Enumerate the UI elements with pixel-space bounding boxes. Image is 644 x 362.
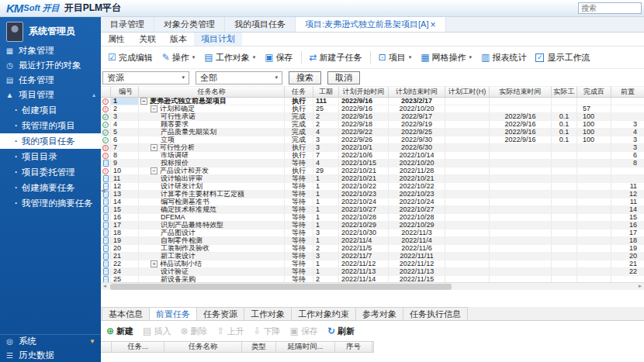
project-button[interactable]: ⊡项目▾	[375, 49, 416, 66]
scroll-left-icon[interactable]: ◄	[101, 283, 109, 290]
sidebar-subitem[interactable]: ·我管理的摘要任务	[0, 195, 101, 211]
resource-select[interactable]: 资源 ▾	[102, 71, 189, 84]
search-button[interactable]: 搜索	[289, 71, 321, 84]
table-row[interactable]: !7+可行性分析执行32022/10/12022/6/303	[101, 144, 644, 152]
column-header[interactable]	[101, 87, 111, 97]
detail-tab-任务执行信息[interactable]: 任务执行信息	[403, 307, 468, 320]
column-header[interactable]: 任务名称	[139, 87, 285, 97]
column-header[interactable]: 计划工时(H)	[445, 87, 490, 97]
tree-toggle-icon[interactable]: −	[140, 98, 147, 105]
sidebar-item[interactable]: ▦对象管理	[0, 43, 101, 58]
detail-tab-任务资源[interactable]: 任务资源	[196, 307, 244, 320]
table-row[interactable]: 11设计输出评审等待12022/10/212022/10/21	[101, 175, 644, 183]
scope-select[interactable]: 全部 ▾	[196, 71, 282, 84]
sidebar-item[interactable]: ▤任务管理	[0, 73, 101, 88]
column-header[interactable]: 延隔时间...	[276, 342, 335, 352]
table-row[interactable]: 13计算零件主要材料工艺定额等待12022/10/232022/10/2312	[101, 191, 644, 198]
tree-toggle-icon[interactable]: +	[151, 144, 158, 151]
column-header[interactable]: 工期	[313, 87, 339, 97]
tab-item[interactable]: 对象分类管理	[154, 17, 225, 32]
column-header[interactable]: 任务	[285, 87, 313, 97]
sidebar-item[interactable]: ◎系统▼	[0, 334, 101, 348]
column-header[interactable]: 计划开始时间	[339, 87, 389, 97]
table-row[interactable]: !1−麦弗逊式独立前悬架项目执行1112022/9/162023/2/17	[101, 98, 644, 105]
sidebar-subitem[interactable]: ·创建项目	[0, 102, 101, 118]
sidebar-subitem[interactable]: ·我管理的项目	[0, 118, 101, 133]
column-header[interactable]: 类型	[242, 342, 276, 352]
delete-button[interactable]: ⊗删除	[180, 326, 207, 337]
tab-item[interactable]: 我的项目任务	[225, 17, 296, 32]
table-row[interactable]: 15确定技术标准规范等待12022/10/272022/10/2714	[101, 206, 644, 214]
refresh-button[interactable]: ↻刷新	[327, 326, 355, 337]
tab-关联[interactable]: 关联	[132, 33, 163, 46]
search-input[interactable]	[578, 2, 642, 14]
tree-toggle-icon[interactable]: +	[151, 260, 158, 267]
table-row[interactable]: 16DFEMA等待12022/10/282022/10/2815	[101, 214, 644, 222]
column-header[interactable]: 任务...	[112, 342, 164, 352]
tab-版本[interactable]: 版本	[163, 33, 194, 46]
table-row[interactable]: 17识别产品最终特效型等待12022/10/292022/10/2916	[101, 222, 644, 229]
new-subtask-button[interactable]: ⇄新建子任务	[306, 49, 366, 66]
scrollbar-thumb[interactable]	[110, 284, 452, 290]
scroll-right-icon[interactable]: ►	[636, 283, 644, 290]
column-header[interactable]: 计划结束时间	[389, 87, 445, 97]
complete-edit-button[interactable]: ☑完成编辑	[104, 49, 157, 66]
sidebar-item[interactable]: ▲项目管理▴	[0, 88, 101, 102]
tab-item[interactable]: 目录管理	[101, 17, 154, 32]
cancel-button[interactable]: 取消	[327, 71, 360, 84]
column-header[interactable]: 前置	[611, 87, 644, 97]
operate-button[interactable]: ✎操作▾	[158, 49, 199, 66]
column-header[interactable]: 实际工	[552, 87, 577, 97]
table-row[interactable]: !2−计划和确定执行252022/9/162022/10/2057	[101, 105, 644, 113]
report-stats-button[interactable]: ▥报表统计	[477, 49, 530, 66]
sidebar-subitem[interactable]: ·项目目录	[0, 149, 101, 164]
column-header[interactable]: 任务名称	[164, 342, 242, 352]
column-header[interactable]: 完成百	[577, 87, 611, 97]
table-row[interactable]: 24设计验证等待12022/11/132022/11/1322	[101, 268, 644, 276]
sidebar-subitem[interactable]: ·项目委托管理	[0, 164, 101, 180]
table-row[interactable]: 19自制零件检测等待12022/11/42022/11/418	[101, 237, 644, 245]
move-down-button[interactable]: ⇩下降	[254, 326, 281, 337]
table-row[interactable]: 9投标报价等待42022/10/152022/10/208	[101, 160, 644, 167]
column-header[interactable]: 序号	[335, 342, 372, 352]
column-header[interactable]: 实际结束时间	[490, 87, 552, 97]
tab-active-project[interactable]: 项目:麦弗逊式独立前悬架项目[A]×	[296, 17, 446, 32]
detail-tab-工作对象约束[interactable]: 工作对象约束	[291, 307, 356, 320]
table-row[interactable]: !8市场调研执行72022/10/62022/10/146	[101, 152, 644, 160]
column-header[interactable]: 编号	[111, 87, 139, 97]
tab-项目计划[interactable]: 项目计划	[194, 33, 242, 46]
add-button[interactable]: ⊕新建	[106, 326, 133, 337]
table-row[interactable]: ✓6立项完成32022/9/262022/9/302022/9/160.1100…	[101, 136, 644, 144]
sidebar-item[interactable]: ☰历史数据	[0, 348, 101, 362]
horizontal-scrollbar[interactable]: ◄ ►	[101, 282, 644, 290]
table-row[interactable]: 12设计研发计划等待12022/10/222022/10/2211	[101, 183, 644, 191]
detail-tab-基本信息[interactable]: 基本信息	[102, 307, 150, 320]
tree-toggle-icon[interactable]: −	[151, 105, 158, 112]
save-button[interactable]: ▣保存	[261, 49, 296, 66]
table-row[interactable]: 21新工装设计等待32022/11/72022/11/1120	[101, 253, 644, 260]
tab-属性[interactable]: 属性	[101, 33, 132, 46]
column-header[interactable]	[101, 342, 112, 352]
grid-ops-button[interactable]: ▦网格操作▾	[417, 49, 476, 66]
panel-splitter[interactable]	[101, 290, 644, 307]
detail-tab-前置任务[interactable]: 前置任务	[149, 307, 197, 320]
table-row[interactable]: 18产品图设计等待32022/10/302022/11/317	[101, 229, 644, 237]
move-up-button[interactable]: ⇧上升	[216, 326, 244, 337]
tree-toggle-icon[interactable]: −	[151, 167, 158, 174]
detail-tab-参考对象[interactable]: 参考对象	[355, 307, 403, 320]
work-object-button[interactable]: ▤工作对象▾	[200, 49, 259, 66]
save-button[interactable]: ▣保存	[290, 326, 318, 337]
insert-button[interactable]: ▤插入	[143, 326, 171, 337]
sidebar-subitem[interactable]: ·创建摘要任务	[0, 180, 101, 195]
table-row[interactable]: 22+样品试制小结等待12022/11/122022/11/1221	[101, 260, 644, 268]
table-row[interactable]: 20工装制作及验收等待22022/11/52022/11/619	[101, 245, 644, 253]
table-row[interactable]: 25新设备采购等待22022/11/142022/11/15	[101, 276, 644, 282]
table-row[interactable]: !10−产品设计和开发执行292022/10/212022/11/28	[101, 167, 644, 175]
sidebar-collapse-icon[interactable]: ◀	[101, 184, 106, 197]
sidebar-subitem[interactable]: ·我的项目任务	[0, 133, 101, 149]
table-row[interactable]: 14编写检测基准书等待12022/10/242022/10/2411	[101, 198, 644, 206]
show-workflow-toggle[interactable]: ✓显示工作流	[531, 52, 594, 64]
table-row[interactable]: ✓3可行性承诺完成22022/9/162022/9/172022/9/160.1…	[101, 113, 644, 121]
sidebar-item[interactable]: ◷最近打开的对象	[0, 58, 101, 73]
detail-tab-工作对象[interactable]: 工作对象	[244, 307, 292, 320]
